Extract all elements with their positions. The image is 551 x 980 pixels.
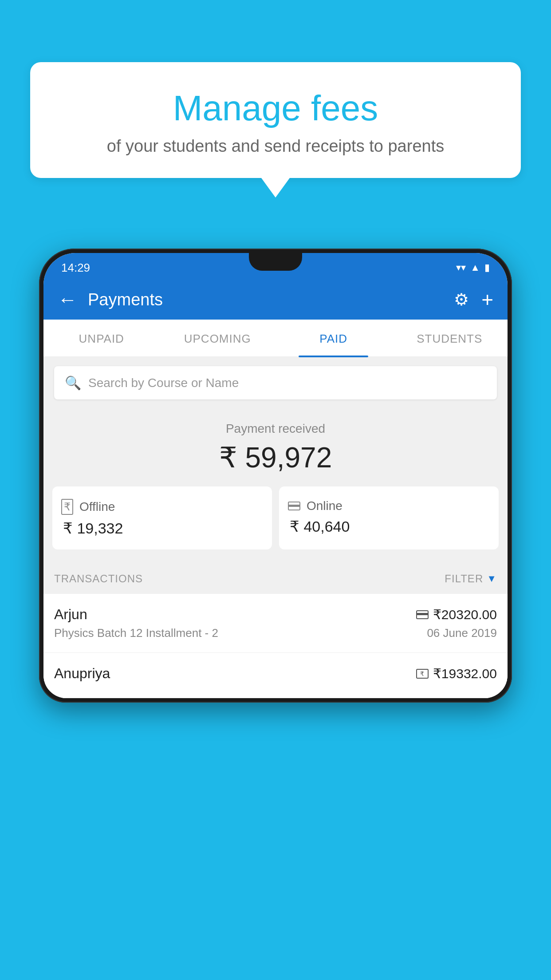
offline-amount: ₹ 19,332 (61, 519, 263, 537)
search-bar[interactable]: 🔍 Search by Course or Name (54, 366, 497, 399)
transaction-name-2: Anupriya (54, 665, 110, 682)
payment-total-amount: ₹ 59,972 (52, 441, 499, 474)
transaction-top-2: Anupriya ₹ ₹19332.00 (54, 665, 497, 682)
transactions-label: TRANSACTIONS (54, 573, 143, 585)
app-bar-title: Payments (88, 290, 454, 309)
offline-card-header: ₹ Offline (61, 499, 263, 515)
transaction-course-1: Physics Batch 12 Installment - 2 (54, 626, 218, 640)
offline-payment-card: ₹ Offline ₹ 19,332 (52, 486, 272, 549)
signal-icon: ▲ (470, 262, 480, 273)
bubble-title: Manage fees (48, 89, 503, 128)
transaction-row[interactable]: Arjun ₹20320.00 Physics Batch 12 Install… (43, 594, 508, 653)
online-card-header: Online (288, 499, 490, 513)
transaction-amount-2: ₹ ₹19332.00 (416, 666, 497, 681)
online-amount: ₹ 40,640 (288, 518, 490, 535)
tab-paid[interactable]: PAID (276, 320, 392, 356)
phone-outer: 14:29 ▾▾ ▲ ▮ ← Payments ⚙ + UNPAID (39, 249, 512, 703)
cash-icon: ₹ (416, 669, 429, 679)
back-button[interactable]: ← (58, 288, 77, 311)
card-icon (416, 610, 429, 619)
transaction-date-1: 06 June 2019 (427, 626, 497, 640)
search-input[interactable]: Search by Course or Name (88, 376, 239, 390)
search-icon: 🔍 (65, 375, 81, 391)
add-button[interactable]: + (481, 288, 493, 312)
phone-container: 14:29 ▾▾ ▲ ▮ ← Payments ⚙ + UNPAID (39, 249, 512, 980)
app-bar-icons: ⚙ + (454, 288, 493, 312)
payment-summary: Payment received ₹ 59,972 ₹ Offline ₹ 19… (43, 408, 508, 560)
payment-cards: ₹ Offline ₹ 19,332 Online (52, 486, 499, 549)
tab-bar: UNPAID UPCOMING PAID STUDENTS (43, 320, 508, 357)
tab-students[interactable]: STUDENTS (392, 320, 508, 356)
battery-icon: ▮ (484, 262, 490, 273)
online-payment-card: Online ₹ 40,640 (279, 486, 499, 549)
search-container: 🔍 Search by Course or Name (43, 357, 508, 408)
app-bar: ← Payments ⚙ + (43, 280, 508, 320)
status-time: 14:29 (61, 261, 90, 275)
phone-notch (249, 253, 302, 271)
filter-icon: ▼ (487, 573, 497, 585)
transaction-top-1: Arjun ₹20320.00 (54, 606, 497, 623)
tab-unpaid[interactable]: UNPAID (43, 320, 160, 356)
status-icons: ▾▾ ▲ ▮ (456, 262, 490, 273)
transaction-row-2[interactable]: Anupriya ₹ ₹19332.00 (43, 653, 508, 698)
transaction-bottom-1: Physics Batch 12 Installment - 2 06 June… (54, 626, 497, 640)
wifi-icon: ▾▾ (456, 262, 466, 273)
transaction-name-1: Arjun (54, 606, 87, 623)
settings-button[interactable]: ⚙ (454, 290, 469, 309)
content-area: 🔍 Search by Course or Name Payment recei… (43, 357, 508, 698)
offline-icon: ₹ (61, 499, 73, 515)
transaction-amount-1: ₹20320.00 (416, 607, 497, 622)
payment-received-label: Payment received (52, 422, 499, 436)
bubble-subtitle: of your students and send receipts to pa… (48, 137, 503, 156)
phone-inner: 14:29 ▾▾ ▲ ▮ ← Payments ⚙ + UNPAID (43, 253, 508, 698)
online-icon (288, 502, 300, 510)
tab-upcoming[interactable]: UPCOMING (160, 320, 276, 356)
filter-button[interactable]: FILTER ▼ (445, 573, 497, 585)
speech-bubble: Manage fees of your students and send re… (30, 62, 521, 178)
transactions-header: TRANSACTIONS FILTER ▼ (43, 560, 508, 594)
